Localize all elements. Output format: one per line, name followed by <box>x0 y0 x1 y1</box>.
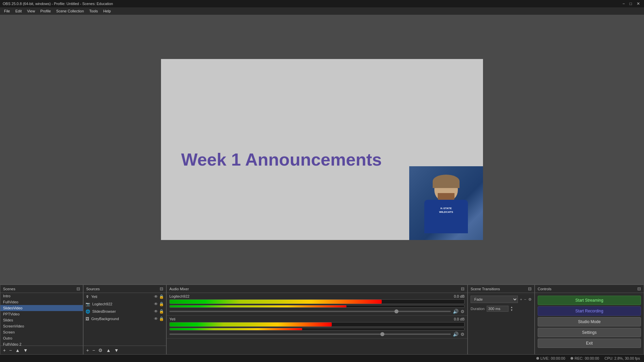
yeti-settings-btn[interactable]: ⚙ <box>461 332 465 337</box>
scene-item-fullvideo[interactable]: FullVideo <box>0 299 83 305</box>
sources-panel-header: Sources ⊟ <box>84 285 166 293</box>
restore-button[interactable]: □ <box>628 1 633 6</box>
transition-config-btn[interactable]: ⚙ <box>528 297 532 302</box>
source-logitech-label: Logitech922 <box>92 302 112 306</box>
source-grey-icon: 🖼 <box>86 317 89 321</box>
source-grey-lock[interactable]: 🔒 <box>159 316 164 321</box>
transition-select-row: Fade Cut + − ⚙ <box>471 296 532 303</box>
duration-spin: ▲ ▼ <box>511 306 513 312</box>
audio-track-logitech-name: Logitech922 <box>169 294 190 298</box>
exit-button[interactable]: Exit <box>538 339 641 348</box>
source-item-greybg[interactable]: 🖼 GreyBackground 👁 🔒 <box>84 315 166 322</box>
titlebar-controls: − □ ✕ <box>621 1 641 6</box>
yeti-mute-btn[interactable]: 🔊 <box>453 331 459 337</box>
source-item-yeti[interactable]: 🎙 Yeti 👁 🔒 <box>84 293 166 300</box>
start-recording-button[interactable]: Start Recording <box>538 306 641 316</box>
transition-add-btn[interactable]: + <box>520 297 522 301</box>
studio-mode-button[interactable]: Studio Mode <box>538 317 641 326</box>
source-add-button[interactable]: + <box>86 348 90 353</box>
source-up-button[interactable]: ▲ <box>105 348 111 353</box>
menu-help[interactable]: Help <box>101 8 114 14</box>
audio-meter-yeti2 <box>169 328 465 330</box>
scene-add-button[interactable]: + <box>2 348 6 353</box>
transitions-panel-btn[interactable]: ⊟ <box>528 286 532 291</box>
source-item-logitech[interactable]: 📷 Logitech922 👁 🔒 <box>84 300 166 308</box>
audio-meter-logitech <box>169 299 465 304</box>
menubar: File Edit View Profile Scene Collection … <box>0 7 644 15</box>
audio-track-logitech-header: Logitech922 0.0 dB <box>169 294 465 298</box>
transitions-panel: Scene Transitions ⊟ Fade Cut + − ⚙ Durat… <box>468 284 535 355</box>
scene-item-slidesvideo[interactable]: SlidesVideo <box>0 305 83 311</box>
preview-canvas: Week 1 Announcements K-STATEWILDCATS <box>161 59 483 240</box>
controls-title: Controls <box>538 287 551 291</box>
minimize-button[interactable]: − <box>621 1 626 6</box>
rec-dot <box>571 357 573 360</box>
source-logitech-lock[interactable]: 🔒 <box>159 302 164 306</box>
transition-duration-row: Duration ▲ ▼ <box>471 306 532 312</box>
audio-panel-btn[interactable]: ⊟ <box>461 286 465 291</box>
source-item-slidesbrowser[interactable]: 🌐 SlidesBrowser 👁 🔒 <box>84 308 166 315</box>
slide-text: Week 1 Announcements <box>181 149 382 170</box>
person-body: K-STATEWILDCATS <box>424 200 468 233</box>
menu-profile[interactable]: Profile <box>38 8 53 14</box>
scene-item-screenvideo[interactable]: ScreenVideo <box>0 323 83 329</box>
audio-meter-logitech2 <box>169 305 465 308</box>
source-yeti-eye[interactable]: 👁 <box>154 294 158 299</box>
menu-scene-collection[interactable]: Scene Collection <box>54 8 87 14</box>
scene-item-screen[interactable]: Screen <box>0 329 83 335</box>
transition-select[interactable]: Fade Cut <box>471 296 518 303</box>
audio-tracks-container: Logitech922 0.0 dB 🔊 ⚙ <box>167 293 467 354</box>
source-settings-button[interactable]: ⚙ <box>98 348 103 353</box>
audio-panel: Audio Mixer ⊟ Logitech922 0.0 dB <box>166 284 468 355</box>
source-slides-eye[interactable]: 👁 <box>154 309 158 314</box>
settings-button[interactable]: Settings <box>538 328 641 337</box>
menu-file[interactable]: File <box>1 8 13 14</box>
source-logitech-controls: 👁 🔒 <box>154 302 164 306</box>
logitech-volume-thumb[interactable] <box>394 309 398 313</box>
live-label: LIVE: <box>540 356 549 360</box>
sources-panel-btn[interactable]: ⊟ <box>160 286 163 291</box>
scene-remove-button[interactable]: − <box>8 348 12 353</box>
start-streaming-button[interactable]: Start Streaming <box>538 296 641 305</box>
sources-panel-footer: + − ⚙ ▲ ▼ <box>84 346 166 354</box>
source-remove-button[interactable]: − <box>92 348 96 353</box>
controls-panel-btn[interactable]: ⊟ <box>637 286 641 291</box>
source-yeti-lock[interactable]: 🔒 <box>159 294 164 299</box>
scene-item-outro[interactable]: Outro <box>0 335 83 341</box>
audio-track-yeti: Yeti 0.0 dB 🔊 ⚙ <box>167 316 467 339</box>
duration-down-btn[interactable]: ▼ <box>511 309 513 312</box>
controls-content: Start Streaming Start Recording Studio M… <box>535 293 644 354</box>
yeti-volume-thumb[interactable] <box>380 332 384 336</box>
logitech-mute-btn[interactable]: 🔊 <box>453 309 459 314</box>
scene-item-pptvideo[interactable]: PPTVideo <box>0 311 83 317</box>
scene-up-button[interactable]: ▲ <box>14 348 20 353</box>
source-logitech-eye[interactable]: 👁 <box>154 302 158 306</box>
duration-up-btn[interactable]: ▲ <box>511 306 513 309</box>
scene-down-button[interactable]: ▼ <box>22 348 29 353</box>
controls-panel-header: Controls ⊟ <box>535 285 644 293</box>
duration-input[interactable] <box>487 306 508 312</box>
logitech-volume-slider[interactable] <box>169 311 451 312</box>
rec-status: REC: 00:00:00 <box>571 356 599 360</box>
menu-view[interactable]: View <box>24 8 38 14</box>
logitech-settings-btn[interactable]: ⚙ <box>461 309 465 314</box>
rec-time: 00:00:00 <box>585 356 599 360</box>
menu-tools[interactable]: Tools <box>87 8 101 14</box>
transition-remove-btn[interactable]: − <box>524 297 526 301</box>
scene-item-fullvideo2[interactable]: FullVideo 2 <box>0 341 83 346</box>
source-yeti-icon: 🎙 <box>86 295 89 299</box>
scene-list: Intro FullVideo SlidesVideo PPTVideo Sli… <box>0 293 83 346</box>
yeti-volume-slider[interactable] <box>169 334 451 335</box>
scene-item-intro[interactable]: Intro <box>0 293 83 299</box>
source-slides-lock[interactable]: 🔒 <box>159 309 164 314</box>
live-time: 00:00:00 <box>551 356 565 360</box>
menu-edit[interactable]: Edit <box>13 8 24 14</box>
scene-item-slides[interactable]: Slides <box>0 317 83 323</box>
bottom-panels: Scenes ⊟ Intro FullVideo SlidesVideo PPT… <box>0 284 644 355</box>
live-dot <box>536 357 539 360</box>
scenes-panel-btn[interactable]: ⊟ <box>76 286 80 291</box>
close-button[interactable]: ✕ <box>635 1 641 6</box>
source-grey-eye[interactable]: 👁 <box>154 316 158 321</box>
live-status: LIVE: 00:00:00 <box>536 356 565 360</box>
source-down-button[interactable]: ▼ <box>113 348 119 353</box>
